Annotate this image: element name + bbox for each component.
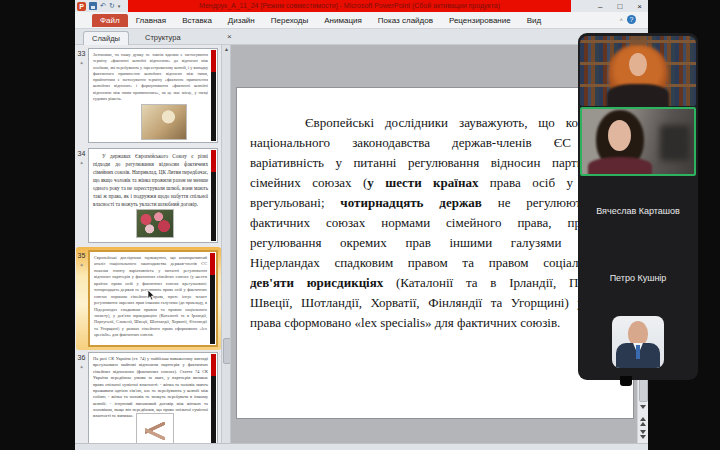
- help-icon[interactable]: ?: [627, 15, 636, 24]
- tab-transitions[interactable]: Переходы: [263, 14, 317, 27]
- slide-number-35: 35✦: [76, 252, 87, 269]
- animation-star-icon: ✦: [76, 363, 87, 371]
- thumbnail-text: У державах Європейського Союзу є різні п…: [93, 152, 208, 208]
- slide-33-photo: [141, 104, 187, 140]
- participant-name-tile[interactable]: Петро Кушнір: [578, 244, 698, 311]
- avatar: [612, 316, 664, 368]
- participant-video-tile-1[interactable]: [580, 36, 696, 106]
- participant-1-face: [629, 53, 647, 76]
- quick-access-dropdown-icon[interactable]: ▾: [118, 3, 121, 9]
- thumbnail-text: Зазначимо, на нашу думку не зовсім вдали…: [93, 52, 208, 102]
- slide-design-strip: [211, 150, 216, 241]
- slide-number-33: 33✦: [76, 50, 87, 67]
- thumbnail-text: На разі СК України (ст. 74) у найбільш в…: [93, 356, 208, 420]
- panel-close-icon[interactable]: ×: [227, 33, 232, 41]
- tab-review[interactable]: Рецензирование: [441, 14, 519, 27]
- slides-panel-scrollbar[interactable]: ▲: [221, 45, 231, 443]
- tab-file[interactable]: Файл: [92, 14, 128, 27]
- undo-icon[interactable]: ↶: [100, 1, 106, 11]
- scrollbar-thumb[interactable]: [223, 338, 231, 364]
- participant-video-tile-2-active-speaker[interactable]: [580, 107, 696, 176]
- maximize-button[interactable]: □: [617, 2, 622, 11]
- participant-2-face: [608, 120, 631, 151]
- window-controls: – □ ×: [598, 0, 642, 12]
- collapse-ribbon-icon[interactable]: ˄: [619, 17, 623, 23]
- powerpoint-window: P ↶ ↻ ▾ Мендрук_А_11_24 [Режим совместим…: [75, 0, 648, 450]
- tab-home[interactable]: Главная: [128, 14, 174, 27]
- slide-thumbnail-33[interactable]: Зазначимо, на нашу думку не зовсім вдали…: [88, 48, 218, 143]
- minimize-button[interactable]: –: [598, 2, 602, 11]
- slide-number-36: 36✦: [76, 354, 87, 371]
- slide-thumbnail-36[interactable]: На разі СК України (ст. 74) у найбільш в…: [88, 352, 218, 443]
- quick-access-toolbar: P ↶ ↻ ▾: [77, 1, 120, 11]
- scroll-down-icon[interactable]: [638, 405, 648, 409]
- slide-design-strip: [211, 50, 216, 141]
- animation-star-icon: ✦: [76, 59, 87, 67]
- ribbon-right-icons: ˄ ?: [619, 15, 636, 24]
- close-button[interactable]: ×: [637, 2, 642, 11]
- window-title: Мендрук_А_11_24 [Режим совместимости] - …: [128, 0, 571, 12]
- save-icon[interactable]: [89, 2, 97, 10]
- participant-name-tile[interactable]: Вячеслав Карташов: [578, 177, 698, 244]
- participant-name: Вячеслав Карташов: [596, 206, 680, 216]
- title-bar: P ↶ ↻ ▾ Мендрук_А_11_24 [Режим совместим…: [75, 0, 648, 12]
- avatar-tie: [636, 345, 640, 359]
- slide-thumbnail-34[interactable]: У державах Європейського Союзу є різні п…: [88, 148, 218, 243]
- powerpoint-logo-icon[interactable]: P: [77, 2, 86, 11]
- status-bar: [75, 443, 648, 450]
- participant-name: Петро Кушнір: [610, 273, 667, 283]
- slide-design-strip: [210, 253, 215, 344]
- slide-number-34: 34✦: [76, 150, 87, 167]
- tab-animations[interactable]: Анимация: [316, 14, 370, 27]
- tab-view[interactable]: Вид: [519, 14, 549, 27]
- tab-slideshow[interactable]: Показ слайдов: [370, 14, 441, 27]
- scroll-up-icon[interactable]: ▲: [222, 46, 231, 52]
- panel-handle[interactable]: [620, 376, 632, 386]
- participant-avatar-tile[interactable]: [578, 311, 698, 377]
- slide-36-hands-photo: [136, 413, 174, 443]
- participant-1-torso: [607, 84, 669, 106]
- slide-34-flowers-photo: [136, 209, 174, 238]
- blurred-background: [660, 125, 690, 161]
- tab-design[interactable]: Дизайн: [220, 14, 263, 27]
- tab-slides[interactable]: Слайды: [83, 31, 129, 45]
- slides-panel: 33✦ Зазначимо, на нашу думку не зовсім в…: [75, 45, 231, 443]
- animation-star-icon: ✦: [76, 261, 87, 269]
- participant-2-torso: [588, 157, 652, 176]
- ribbon-tab-bar: Файл Главная Вставка Дизайн Переходы Ани…: [75, 12, 648, 29]
- animation-star-icon: ✦: [76, 159, 87, 167]
- redo-icon[interactable]: ↻: [109, 1, 115, 11]
- tab-insert[interactable]: Вставка: [174, 14, 220, 27]
- slide-thumbnail-35-selected[interactable]: Європейські дослідники зауважують, що ко…: [88, 250, 218, 347]
- next-slide-button[interactable]: [638, 430, 648, 439]
- tab-outline[interactable]: Структура: [137, 31, 189, 45]
- slide-design-strip: [211, 354, 216, 443]
- video-conference-panel: Вячеслав Карташов Петро Кушнір: [578, 33, 698, 380]
- previous-slide-button[interactable]: [638, 417, 648, 426]
- left-panel-tab-bar: Слайды Структура ×: [75, 29, 648, 45]
- mouse-cursor: [147, 290, 155, 301]
